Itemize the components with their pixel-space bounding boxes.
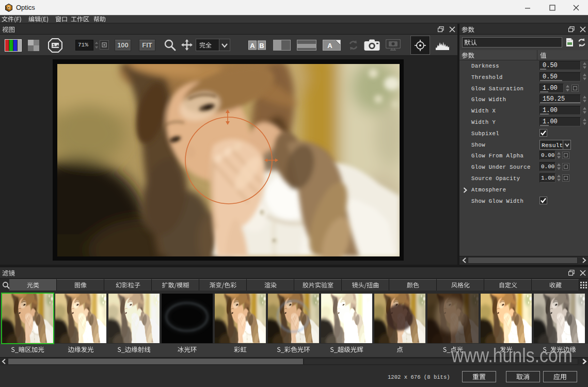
- svg-text:B: B: [259, 42, 264, 50]
- svg-text:A: A: [327, 42, 332, 50]
- svg-text:A: A: [250, 42, 255, 50]
